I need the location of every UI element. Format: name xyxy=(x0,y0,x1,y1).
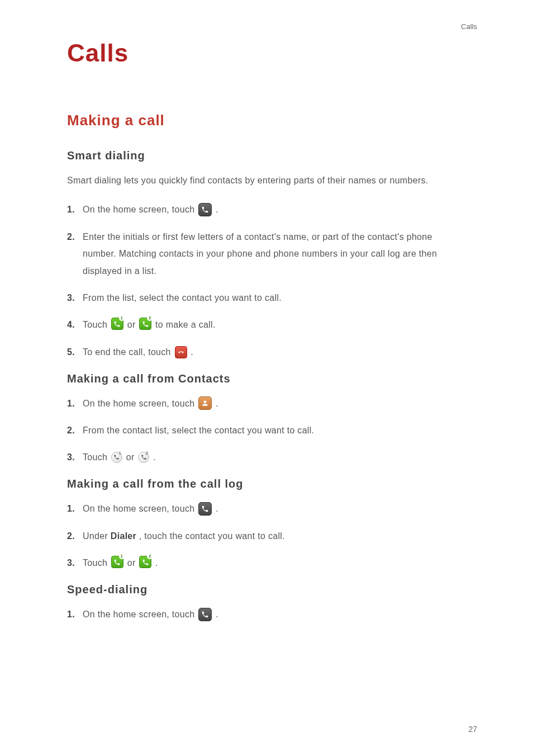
step-text: Touch xyxy=(83,558,110,568)
step-text: From the list, select the contact you wa… xyxy=(83,293,282,303)
page-number: 27 xyxy=(468,725,477,734)
list-item: 3. From the list, select the contact you… xyxy=(67,290,466,306)
subsection-smart-dialing: Smart dialing xyxy=(67,149,466,162)
call-sim1-icon: 1 xyxy=(111,316,123,333)
step-number: 1. xyxy=(67,201,75,218)
sim-badge: 1 xyxy=(119,554,125,559)
call-circle-sim1-icon: 1 xyxy=(111,449,122,466)
step-text: . xyxy=(216,504,218,513)
list-item: 5. To end the call, touch . xyxy=(67,344,466,361)
step-text: Enter the initials or first few letters … xyxy=(83,232,437,276)
smart-dialing-steps: 1. On the home screen, touch . 2. Enter … xyxy=(67,201,466,361)
end-call-icon xyxy=(175,346,187,358)
bold-dialer: Dialer xyxy=(111,531,136,541)
call-sim1-icon: 1 xyxy=(111,555,123,571)
speeddial-steps: 1. On the home screen, touch . xyxy=(67,606,466,623)
step-text: . xyxy=(153,452,156,462)
list-item: 1. On the home screen, touch . xyxy=(67,500,466,517)
step-number: 2. xyxy=(67,422,75,439)
sim-badge: 2 xyxy=(147,315,153,321)
step-text: or xyxy=(127,320,139,329)
step-text: . xyxy=(216,399,218,408)
sim-badge: 2 xyxy=(146,450,148,457)
subsection-speed-dialing: Speed-dialing xyxy=(67,583,466,596)
list-item: 1. On the home screen, touch . xyxy=(67,201,466,218)
list-item: 2. From the contact list, select the con… xyxy=(67,422,466,439)
step-number: 3. xyxy=(67,290,75,306)
step-number: 3. xyxy=(67,449,75,466)
calllog-steps: 1. On the home screen, touch . 2. Under … xyxy=(67,500,466,572)
list-item: 4. Touch 1 or 2 to make a call. xyxy=(67,316,466,334)
call-sim2-icon: 2 xyxy=(139,316,151,333)
sim-badge: 1 xyxy=(119,450,121,457)
list-item: 1. On the home screen, touch . xyxy=(67,606,466,623)
header-label: Calls xyxy=(461,22,477,31)
list-item: 2. Under Dialer , touch the contact you … xyxy=(67,528,466,545)
step-text: Touch xyxy=(83,452,110,462)
step-text: On the home screen, touch xyxy=(83,504,197,513)
step-number: 5. xyxy=(67,344,75,361)
step-number: 3. xyxy=(67,555,75,571)
list-item: 3. Touch 1 or 2 . xyxy=(67,449,466,466)
step-text: Under xyxy=(83,531,111,541)
step-text: or xyxy=(126,452,137,462)
step-text: . xyxy=(155,558,158,568)
subsection-call-from-contacts: Making a call from Contacts xyxy=(67,372,466,385)
smart-dialing-intro: Smart dialing lets you quickly find cont… xyxy=(67,172,466,189)
list-item: 2. Enter the initials or first few lette… xyxy=(67,229,466,280)
step-text: . xyxy=(216,205,218,214)
call-sim2-icon: 2 xyxy=(139,555,151,571)
step-text: . xyxy=(191,347,193,357)
step-text: to make a call. xyxy=(155,320,216,329)
step-number: 1. xyxy=(67,500,75,517)
step-text: To end the call, touch xyxy=(83,347,174,357)
step-text: On the home screen, touch xyxy=(83,609,197,619)
dialer-icon xyxy=(198,203,212,216)
step-text: . xyxy=(216,609,218,619)
section-making-a-call: Making a call xyxy=(67,112,466,129)
list-item: 1. On the home screen, touch . xyxy=(67,395,466,412)
step-number: 4. xyxy=(67,316,75,333)
contacts-icon xyxy=(198,396,212,410)
page-title: Calls xyxy=(67,39,466,67)
list-item: 3. Touch 1 or 2 . xyxy=(67,555,466,572)
step-number: 1. xyxy=(67,395,75,412)
step-number: 2. xyxy=(67,528,75,545)
step-text: or xyxy=(127,558,139,568)
contacts-steps: 1. On the home screen, touch . 2. From t… xyxy=(67,395,466,467)
subsection-call-from-log: Making a call from the call log xyxy=(67,478,466,490)
step-text: On the home screen, touch xyxy=(83,205,197,214)
step-text: Touch xyxy=(83,320,110,329)
step-text: , touch the contact you want to call. xyxy=(139,531,285,541)
step-number: 1. xyxy=(67,606,75,623)
sim-badge: 2 xyxy=(147,554,153,559)
dialer-icon xyxy=(198,502,212,516)
step-number: 2. xyxy=(67,229,75,245)
sim-badge: 1 xyxy=(119,315,125,321)
step-text: On the home screen, touch xyxy=(83,399,197,408)
dialer-icon xyxy=(198,608,212,621)
call-circle-sim2-icon: 2 xyxy=(138,449,149,466)
step-text: From the contact list, select the contac… xyxy=(83,426,314,435)
